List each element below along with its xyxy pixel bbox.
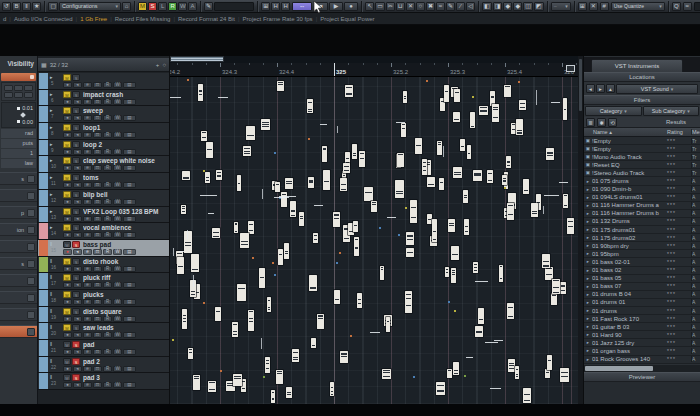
monitor-button[interactable]: ◂ [73,115,82,121]
browser-row[interactable]: ▣!Reset EQ***Tr [584,161,700,169]
write-automation-button[interactable]: W [113,349,122,355]
midi-event[interactable] [246,126,255,139]
mute-button[interactable]: M [63,224,71,231]
erase-tool-icon[interactable]: ✕ [406,2,415,11]
midi-event[interactable] [198,84,203,100]
midi-event[interactable] [371,201,377,212]
track-row[interactable]: ‖15MSbass pad●◂e⊡RW▤ [38,240,169,257]
browser-row[interactable]: ▸01 094LS drums01***A [584,194,700,202]
monitor-button[interactable]: ◂ [73,132,82,138]
browser-row[interactable]: ▸01 bass 07***A [584,283,700,291]
write-automation-button[interactable]: W [113,249,122,255]
midi-event[interactable] [234,222,238,233]
write-automation-button[interactable]: W [113,382,122,388]
mute-button[interactable]: M [63,308,71,315]
global-m-button[interactable]: M [138,2,147,11]
write-automation-button[interactable]: W [113,199,122,205]
mute-button[interactable]: M [63,191,71,198]
marker-button-1[interactable]: ⊞ [261,2,270,11]
inspector-section[interactable] [0,308,37,321]
inspector-section[interactable]: ion [0,223,37,236]
midi-event[interactable] [382,369,391,379]
solo-button[interactable]: S [72,141,80,148]
midi-event[interactable] [299,212,304,225]
midi-event[interactable] [182,309,188,329]
midi-event[interactable] [542,254,550,268]
zoom-slider[interactable] [170,56,224,62]
browser-row[interactable]: ▸01 Fast Rock 170***A [584,315,700,323]
record-arm-button[interactable]: ● [63,182,72,188]
lane-display-button[interactable]: ▤ [123,99,136,105]
track-row[interactable]: ▸9MSloop 2●◂e⊡RW▤ [38,140,169,157]
read-automation-button[interactable]: R [103,165,112,171]
configurations-select[interactable]: Configurations ▾ [59,2,121,11]
solo-button[interactable]: S [72,308,80,315]
read-automation-button[interactable]: R [103,149,112,155]
read-automation-button[interactable]: R [103,99,112,105]
write-automation-button[interactable]: W [113,316,122,322]
inspector-section[interactable] [0,274,37,287]
draw-tool-icon[interactable]: ✎ [446,2,455,11]
lane-display-button[interactable]: ▤ [123,132,136,138]
browser-row[interactable]: ▸01 Rock Grooves 140***A [584,356,700,364]
freeze-button[interactable]: ⊡ [93,316,102,322]
inspector-track-title-bar[interactable] [1,73,36,81]
midi-event[interactable] [340,351,349,363]
global-r-button[interactable]: R [168,2,177,11]
write-automation-button[interactable]: W [113,282,122,288]
midi-event[interactable] [248,310,254,331]
glue-tool-icon[interactable]: ⊔ [396,2,405,11]
track-row[interactable]: ▸10MSclap sweep white noise●◂e⊡RW▤ [38,156,169,173]
autoscroll-button-2[interactable]: ◨ [493,2,503,11]
midi-event[interactable] [473,262,479,274]
solo-button[interactable]: S [72,258,80,265]
lane-display-button[interactable]: ▤ [123,232,136,238]
browser-row[interactable]: ▣!Stereo Audio Track***Tr [584,169,700,177]
solo-button[interactable]: S [72,107,80,114]
edit-channel-button[interactable]: e [83,82,92,88]
midi-event[interactable] [240,233,249,249]
browser-row[interactable]: ▸01 drums***A [584,307,700,315]
midi-event[interactable] [454,89,460,103]
back-icon[interactable]: ◂ [586,84,595,93]
inspector-row[interactable]: 1 [1,149,36,158]
midi-event[interactable] [309,275,317,291]
midi-event[interactable] [445,267,449,277]
midi-event[interactable] [479,106,488,116]
browser-row[interactable]: ▸01 175 drums02***A [584,234,700,242]
column-media-type[interactable]: Media [691,129,700,135]
midi-event[interactable] [552,279,560,294]
midi-event[interactable] [206,142,213,158]
pan-diamond[interactable] [20,112,26,118]
solo-button[interactable]: S [72,191,80,198]
browser-row[interactable]: ▸01 95bpm***A [584,250,700,258]
cycle-button[interactable]: ⇔ [292,2,312,11]
filter-list-icon[interactable]: ≣ [586,118,595,127]
mute-button[interactable]: M [63,107,71,114]
midi-event[interactable] [182,171,189,181]
solo-button[interactable]: S [72,241,80,248]
midi-event[interactable] [243,146,251,156]
midi-event[interactable] [422,159,427,175]
freeze-button[interactable]: ⊡ [93,165,102,171]
audition-tool-icon[interactable]: ◁ [466,2,475,11]
midi-event[interactable] [191,254,199,272]
freeze-button[interactable]: ⊡ [93,266,102,272]
quantize-select[interactable]: Use Quantize ▾ [611,2,665,11]
lane-display-button[interactable]: ▤ [123,149,136,155]
freeze-button[interactable]: ⊡ [93,99,102,105]
read-automation-button[interactable]: R [103,249,112,255]
track-row[interactable]: ▸6MSimpact crash●◂e⊡RW▤ [38,90,169,107]
read-automation-button[interactable]: R [103,266,112,272]
global-l-button[interactable]: L [158,2,167,11]
record-arm-button[interactable]: ● [63,199,72,205]
midi-event[interactable] [401,123,406,137]
pencil-icon[interactable]: ✎ [204,2,213,11]
record-arm-button[interactable]: ● [63,332,72,338]
autoscroll-button-6[interactable]: ◩ [534,2,544,11]
midi-event[interactable] [216,170,222,180]
midi-event[interactable] [380,266,385,281]
freeze-button[interactable]: ⊡ [93,349,102,355]
midi-event[interactable] [334,290,340,305]
event-display-grid[interactable] [170,77,578,404]
